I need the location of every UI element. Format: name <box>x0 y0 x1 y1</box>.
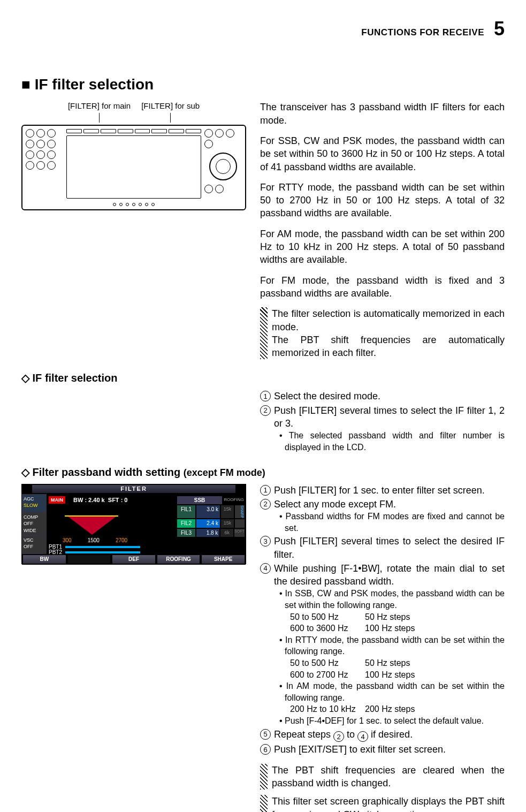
pw-note-1: The PBT shift frequencies are cleared wh… <box>272 764 505 790</box>
intro-p5: For FM mode, the passband width is fixed… <box>260 274 505 300</box>
pw-step-3: Push [FILTER] several times to select th… <box>274 535 505 561</box>
sharp-label: SHARP <box>235 505 245 518</box>
chapter-number: 5 <box>494 16 505 42</box>
transceiver-front-panel-illustration <box>21 125 246 210</box>
softkey-def: DEF <box>112 555 155 564</box>
pw-step-1: Push [FILTER] for 1 sec. to enter filter… <box>274 484 505 497</box>
section-title: FUNCTIONS FOR RECEIVE <box>361 27 484 39</box>
pw-note-2: This filter set screen graphically displ… <box>272 795 505 812</box>
softkey-bw: BW <box>23 555 66 564</box>
pw-step-2: Select any mode except FM. <box>274 498 505 511</box>
pw-step-2-bullet: • Passband widths for FM modes are fixed… <box>279 511 505 534</box>
heading-if-filter-selection: ■ IF filter selection <box>21 74 505 95</box>
step-2: Push [FILTER] several times to select th… <box>274 404 505 430</box>
heading-if-filter-selection-sub: ◇ IF filter selection <box>21 371 505 385</box>
intro-text: The transceiver has 3 passband width IF … <box>260 101 505 360</box>
callout-filter-sub: [FILTER] for sub <box>141 101 200 111</box>
step-1: Select the desired mode. <box>274 390 505 403</box>
pw-step-4a: • In SSB, CW and PSK modes, the passband… <box>279 588 505 611</box>
if-filter-selection-steps: 1 Select the desired mode. 2 Push [FILTE… <box>260 390 505 453</box>
page-header: FUNCTIONS FOR RECEIVE 5 <box>21 16 505 42</box>
pw-step-6: Push [EXIT/SET] to exit filter set scree… <box>274 743 505 756</box>
passband-shape-icon <box>68 517 116 535</box>
main-dial-icon <box>209 153 237 180</box>
step-2-icon: 2 <box>260 405 271 416</box>
intro-note-1: The filter selection is automatically me… <box>272 307 505 333</box>
step-1-icon: 1 <box>260 391 271 401</box>
intro-p2: For SSB, CW and PSK modes, the passband … <box>260 134 505 173</box>
callout-filter-main: [FILTER] for main <box>68 101 131 111</box>
diagram-callouts: [FILTER] for main [FILTER] for sub <box>21 101 246 122</box>
pw-step-4b: • In RTTY mode, the passband width can b… <box>279 634 505 657</box>
pw-step-4: While pushing [F-1•BW], rotate the main … <box>274 562 505 588</box>
softkey-shape: SHAPE <box>202 555 245 564</box>
pw-step-2-icon: 2 <box>260 499 271 510</box>
softkey-roofing: ROOFING <box>157 555 200 564</box>
filter-set-screen-illustration: . FILTER . AGCSLOW COMPOFFWIDE VSCOFF MA… <box>21 484 246 564</box>
pw-step-3-icon: 3 <box>260 536 271 547</box>
passband-width-steps: 1 Push [FILTER] for 1 sec. to enter filt… <box>260 484 505 756</box>
note-hatch-icon <box>260 795 268 812</box>
filter-screen-title: FILTER <box>32 485 235 493</box>
note-hatch-icon <box>260 307 268 359</box>
soft-label: SOFT <box>234 529 245 537</box>
pw-step-5: Repeat steps 2 to 4 if desired. <box>274 728 505 742</box>
pw-step-1-icon: 1 <box>260 485 271 496</box>
step-2-bullet: • The selected passband width and filter… <box>279 430 505 453</box>
pw-step-4-icon: 4 <box>260 563 271 574</box>
intro-note-2: The PBT shift frequencies are automatica… <box>272 333 505 360</box>
pw-step-4d: • Push [F-4•DEF] for 1 sec. to select th… <box>279 715 505 727</box>
pw-step-5-icon: 5 <box>260 729 271 740</box>
intro-p1: The transceiver has 3 passband width IF … <box>260 101 505 127</box>
intro-p3: For RTTY mode, the passband width can be… <box>260 181 505 220</box>
heading-filter-passband-width: ◇ Filter passband width setting (except … <box>21 465 505 480</box>
main-band-tag: MAIN <box>49 496 65 504</box>
note-hatch-icon <box>260 764 268 790</box>
intro-p4: For AM mode, the passband width can be s… <box>260 227 505 267</box>
pw-step-6-icon: 6 <box>260 744 271 755</box>
pw-step-4c: • In AM mode, the passband width can be … <box>279 680 505 703</box>
